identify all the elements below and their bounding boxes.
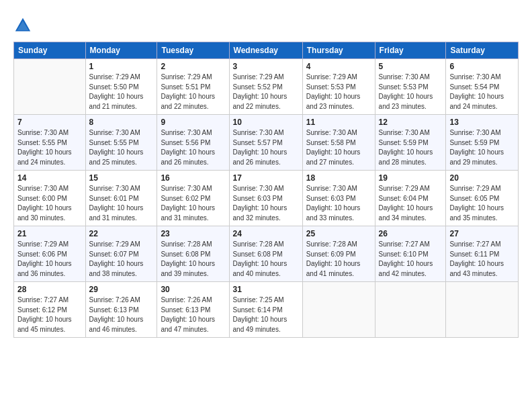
day-info: Sunrise: 7:30 AMSunset: 5:57 PMDaylight:… — [233, 128, 299, 167]
day-info: Sunrise: 7:26 AMSunset: 6:13 PMDaylight:… — [89, 295, 154, 334]
day-info: Sunrise: 7:27 AMSunset: 6:12 PMDaylight:… — [17, 295, 82, 334]
day-number: 6 — [449, 62, 515, 71]
day-number: 25 — [306, 229, 371, 238]
day-info: Sunrise: 7:30 AMSunset: 5:59 PMDaylight:… — [449, 128, 515, 167]
day-number: 12 — [379, 118, 443, 127]
day-number: 30 — [161, 285, 225, 294]
day-info: Sunrise: 7:30 AMSunset: 5:56 PMDaylight:… — [161, 128, 225, 167]
day-number: 8 — [89, 118, 154, 127]
day-number: 11 — [306, 118, 371, 127]
calendar-day-cell: 5Sunrise: 7:30 AMSunset: 5:53 PMDaylight… — [375, 59, 446, 115]
calendar-day-cell: 19Sunrise: 7:29 AMSunset: 6:04 PMDayligh… — [375, 171, 446, 226]
day-info: Sunrise: 7:30 AMSunset: 6:01 PMDaylight:… — [89, 184, 154, 223]
calendar-day-cell: 17Sunrise: 7:30 AMSunset: 6:03 PMDayligh… — [229, 171, 302, 226]
calendar-week-row: 14Sunrise: 7:30 AMSunset: 6:00 PMDayligh… — [14, 171, 519, 226]
calendar-day-cell: 20Sunrise: 7:29 AMSunset: 6:05 PMDayligh… — [446, 171, 519, 226]
day-info: Sunrise: 7:29 AMSunset: 5:52 PMDaylight:… — [233, 73, 299, 111]
day-number: 10 — [233, 118, 299, 127]
calendar-day-cell: 26Sunrise: 7:27 AMSunset: 6:10 PMDayligh… — [375, 226, 446, 282]
day-info: Sunrise: 7:30 AMSunset: 5:53 PMDaylight:… — [379, 73, 443, 111]
calendar-day-cell: 2Sunrise: 7:29 AMSunset: 5:51 PMDaylight… — [157, 59, 229, 115]
calendar-header-row: SundayMondayTuesdayWednesdayThursdayFrid… — [14, 42, 519, 59]
day-info: Sunrise: 7:29 AMSunset: 6:05 PMDaylight:… — [449, 184, 515, 223]
day-number: 24 — [233, 229, 299, 238]
col-header-wednesday: Wednesday — [229, 42, 302, 59]
day-number: 20 — [449, 173, 515, 183]
day-number: 1 — [89, 62, 154, 71]
col-header-saturday: Saturday — [446, 42, 519, 59]
day-info: Sunrise: 7:30 AMSunset: 5:55 PMDaylight:… — [17, 128, 82, 167]
day-info: Sunrise: 7:30 AMSunset: 5:55 PMDaylight:… — [89, 128, 154, 167]
day-number: 2 — [161, 62, 225, 71]
header — [13, 12, 519, 35]
calendar-empty-cell — [302, 282, 375, 338]
calendar-day-cell: 23Sunrise: 7:28 AMSunset: 6:08 PMDayligh… — [157, 226, 229, 282]
calendar-day-cell: 13Sunrise: 7:30 AMSunset: 5:59 PMDayligh… — [446, 115, 519, 171]
calendar-day-cell: 27Sunrise: 7:27 AMSunset: 6:11 PMDayligh… — [446, 226, 519, 282]
col-header-sunday: Sunday — [14, 42, 86, 59]
day-info: Sunrise: 7:28 AMSunset: 6:08 PMDaylight:… — [233, 240, 299, 279]
day-number: 31 — [233, 285, 299, 294]
day-info: Sunrise: 7:29 AMSunset: 6:07 PMDaylight:… — [89, 240, 154, 279]
day-info: Sunrise: 7:30 AMSunset: 5:58 PMDaylight:… — [306, 128, 371, 167]
day-info: Sunrise: 7:25 AMSunset: 6:14 PMDaylight:… — [233, 295, 299, 334]
day-number: 22 — [89, 229, 154, 238]
calendar-day-cell: 1Sunrise: 7:29 AMSunset: 5:50 PMDaylight… — [85, 59, 157, 115]
day-info: Sunrise: 7:29 AMSunset: 5:51 PMDaylight:… — [161, 73, 225, 111]
calendar-day-cell: 24Sunrise: 7:28 AMSunset: 6:08 PMDayligh… — [229, 226, 302, 282]
day-number: 19 — [379, 173, 443, 183]
day-info: Sunrise: 7:27 AMSunset: 6:10 PMDaylight:… — [379, 240, 443, 279]
page: SundayMondayTuesdayWednesdayThursdayFrid… — [0, 0, 532, 411]
calendar-empty-cell — [375, 282, 446, 338]
calendar-day-cell: 25Sunrise: 7:28 AMSunset: 6:09 PMDayligh… — [302, 226, 375, 282]
day-info: Sunrise: 7:30 AMSunset: 6:03 PMDaylight:… — [306, 184, 371, 223]
calendar-day-cell: 3Sunrise: 7:29 AMSunset: 5:52 PMDaylight… — [229, 59, 302, 115]
col-header-monday: Monday — [85, 42, 157, 59]
day-info: Sunrise: 7:29 AMSunset: 6:06 PMDaylight:… — [17, 240, 82, 279]
calendar-day-cell: 28Sunrise: 7:27 AMSunset: 6:12 PMDayligh… — [14, 282, 86, 338]
col-header-thursday: Thursday — [302, 42, 375, 59]
calendar-day-cell: 15Sunrise: 7:30 AMSunset: 6:01 PMDayligh… — [85, 171, 157, 226]
calendar-day-cell: 16Sunrise: 7:30 AMSunset: 6:02 PMDayligh… — [157, 171, 229, 226]
col-header-tuesday: Tuesday — [157, 42, 229, 59]
day-number: 15 — [89, 173, 154, 183]
calendar-day-cell: 11Sunrise: 7:30 AMSunset: 5:58 PMDayligh… — [302, 115, 375, 171]
day-info: Sunrise: 7:29 AMSunset: 5:53 PMDaylight:… — [306, 73, 371, 111]
day-info: Sunrise: 7:30 AMSunset: 6:03 PMDaylight:… — [233, 184, 299, 223]
calendar-day-cell: 7Sunrise: 7:30 AMSunset: 5:55 PMDaylight… — [14, 115, 86, 171]
day-number: 4 — [306, 62, 371, 71]
calendar-week-row: 1Sunrise: 7:29 AMSunset: 5:50 PMDaylight… — [14, 59, 519, 115]
day-number: 5 — [379, 62, 443, 71]
logo — [13, 15, 34, 35]
day-info: Sunrise: 7:26 AMSunset: 6:13 PMDaylight:… — [161, 295, 225, 334]
day-number: 17 — [233, 173, 299, 183]
calendar-day-cell: 4Sunrise: 7:29 AMSunset: 5:53 PMDaylight… — [302, 59, 375, 115]
day-number: 9 — [161, 118, 225, 127]
day-number: 14 — [17, 173, 82, 183]
day-info: Sunrise: 7:30 AMSunset: 6:00 PMDaylight:… — [17, 184, 82, 223]
day-number: 7 — [17, 118, 82, 127]
day-number: 21 — [17, 229, 82, 238]
calendar-day-cell: 22Sunrise: 7:29 AMSunset: 6:07 PMDayligh… — [85, 226, 157, 282]
day-number: 29 — [89, 285, 154, 294]
day-info: Sunrise: 7:30 AMSunset: 6:02 PMDaylight:… — [161, 184, 225, 223]
day-number: 26 — [379, 229, 443, 238]
day-number: 13 — [449, 118, 515, 127]
calendar-day-cell: 9Sunrise: 7:30 AMSunset: 5:56 PMDaylight… — [157, 115, 229, 171]
calendar-week-row: 28Sunrise: 7:27 AMSunset: 6:12 PMDayligh… — [14, 282, 519, 338]
calendar-day-cell: 30Sunrise: 7:26 AMSunset: 6:13 PMDayligh… — [157, 282, 229, 338]
day-number: 27 — [449, 229, 515, 238]
calendar-empty-cell — [14, 59, 86, 115]
calendar-day-cell: 29Sunrise: 7:26 AMSunset: 6:13 PMDayligh… — [85, 282, 157, 338]
col-header-friday: Friday — [375, 42, 446, 59]
calendar-day-cell: 8Sunrise: 7:30 AMSunset: 5:55 PMDaylight… — [85, 115, 157, 171]
day-number: 18 — [306, 173, 371, 183]
day-number: 16 — [161, 173, 225, 183]
calendar-day-cell: 10Sunrise: 7:30 AMSunset: 5:57 PMDayligh… — [229, 115, 302, 171]
day-info: Sunrise: 7:29 AMSunset: 5:50 PMDaylight:… — [89, 73, 154, 111]
day-info: Sunrise: 7:30 AMSunset: 5:59 PMDaylight:… — [379, 128, 443, 167]
calendar-day-cell: 6Sunrise: 7:30 AMSunset: 5:54 PMDaylight… — [446, 59, 519, 115]
day-number: 23 — [161, 229, 225, 238]
day-info: Sunrise: 7:30 AMSunset: 5:54 PMDaylight:… — [449, 73, 515, 111]
calendar-day-cell: 14Sunrise: 7:30 AMSunset: 6:00 PMDayligh… — [14, 171, 86, 226]
